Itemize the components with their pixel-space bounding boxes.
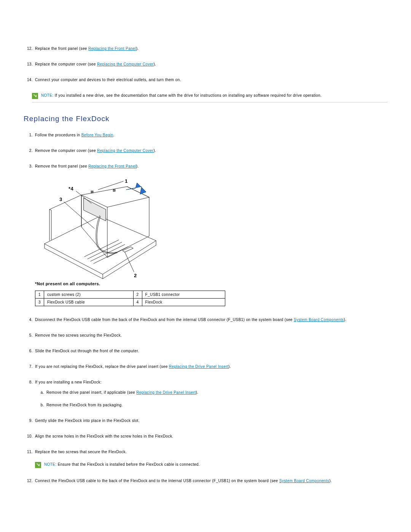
table-row: 3 FlexDock USB cable 4 FlexDock: [35, 299, 225, 306]
substep-b: b. Remove the FlexDock from its packagin…: [35, 402, 387, 408]
diagram-caption: *Not present on all computers.: [35, 281, 387, 286]
step-number: 2.: [24, 148, 33, 153]
step-text: Remove the front panel (see Replacing th…: [35, 164, 139, 168]
cell-label: FlexDock USB cable: [44, 299, 133, 306]
link-replacing-front-panel[interactable]: Replacing the Front Panel: [88, 164, 136, 168]
step-text: Remove the two screws securing the FlexD…: [35, 333, 122, 337]
svg-text:1: 1: [125, 179, 128, 184]
note-icon: [32, 93, 38, 99]
step-text: Connect your computer and devices to the…: [35, 78, 181, 82]
step-text: Remove the computer cover (see Replacing…: [35, 149, 156, 153]
link-replacing-drive-panel-insert[interactable]: Replacing the Drive Panel Insert: [169, 364, 228, 369]
step-13: 13. Replace the computer cover (see Repl…: [24, 61, 387, 67]
step-number: 1.: [24, 132, 33, 138]
step-6: 6. Slide the FlexDock out through the fr…: [24, 348, 387, 354]
step-9: 9. Gently slide the FlexDock into place …: [24, 418, 387, 423]
step-text: Slide the FlexDock out through the front…: [35, 349, 139, 353]
link-replacing-computer-cover[interactable]: Replacing the Computer Cover: [97, 62, 154, 66]
document-page: 12. Replace the front panel (see Replaci…: [0, 0, 411, 532]
step-number: 4.: [24, 317, 33, 323]
flexdock-diagram: 1 2 3 *4: [35, 179, 387, 280]
step-number: 12.: [24, 46, 33, 51]
link-system-board-components[interactable]: System Board Components: [279, 479, 329, 483]
step-number: 9.: [24, 418, 33, 423]
step-number: 12.: [24, 478, 33, 484]
substep-a: a. Remove the drive panel insert, if app…: [35, 390, 387, 395]
step-text: If you are not replacing the FlexDock, r…: [35, 364, 231, 369]
step-text: Gently slide the FlexDock into place in …: [35, 419, 140, 423]
step-number: 14.: [24, 77, 33, 83]
note-label: NOTE:: [41, 93, 54, 97]
step-number: 10.: [24, 433, 33, 439]
step-number: 13.: [24, 61, 33, 67]
step-2: 2. Remove the computer cover (see Replac…: [24, 148, 387, 153]
link-replacing-drive-panel-insert[interactable]: Replacing the Drive Panel Insert: [136, 390, 196, 395]
step-text: Follow the procedures in Before You Begi…: [35, 133, 115, 137]
step-5: 5. Remove the two screws securing the Fl…: [24, 332, 387, 338]
note-block-1: NOTE: If you installed a new drive, see …: [32, 93, 387, 102]
link-replacing-computer-cover[interactable]: Replacing the Computer Cover: [97, 149, 154, 153]
step-number: 8.: [24, 379, 33, 385]
step-number: 5.: [24, 332, 33, 338]
step-4: 4. Disconnect the FlexDock USB cable fro…: [24, 317, 387, 323]
cell-label: custom screws (2): [44, 291, 133, 299]
step-text: Align the screw holes in the FlexDock wi…: [35, 434, 173, 438]
svg-text:*4: *4: [68, 186, 73, 192]
step-3: 3. Remove the front panel (see Replacing…: [24, 163, 387, 169]
section-title: Replacing the FlexDock: [24, 115, 387, 123]
step-number: 7.: [24, 364, 33, 369]
note-text: NOTE: Ensure that the FlexDock is instal…: [44, 462, 200, 467]
step-1: 1. Follow the procedures in Before You B…: [24, 132, 387, 138]
step-text: Replace the computer cover (see Replacin…: [35, 62, 156, 66]
step-number: 11.: [24, 449, 33, 455]
substep-letter: a.: [35, 390, 44, 395]
table-row: 1 custom screws (2) 2 F_USB1 connector: [35, 291, 225, 299]
step-8: 8. If you are installing a new FlexDock:…: [24, 379, 387, 408]
link-replacing-front-panel[interactable]: Replacing the Front Panel: [88, 46, 136, 51]
cell-num: 1: [35, 291, 44, 299]
step-14: 14. Connect your computer and devices to…: [24, 77, 387, 83]
step-text: Disconnect the FlexDock USB cable from t…: [35, 318, 346, 322]
step-11: 11. Replace the two screws that secure t…: [24, 449, 387, 468]
steps-a-list: 1. Follow the procedures in Before You B…: [24, 132, 387, 169]
step-12: 12. Replace the front panel (see Replaci…: [24, 46, 387, 51]
steps-b-list: 4. Disconnect the FlexDock USB cable fro…: [24, 317, 387, 484]
top-steps-list: 12. Replace the front panel (see Replaci…: [24, 46, 387, 83]
note-icon: [35, 462, 41, 468]
diagram-svg: 1 2 3 *4: [35, 179, 164, 280]
substep-letter: b.: [35, 402, 44, 408]
parts-table: 1 custom screws (2) 2 F_USB1 connector 3…: [35, 291, 225, 306]
step-text: Replace the front panel (see Replacing t…: [35, 46, 139, 51]
substep-text: Remove the FlexDock from its packaging.: [46, 403, 123, 407]
step-number: 6.: [24, 348, 33, 354]
note-label: NOTE:: [44, 462, 57, 466]
step-text: Connect the FlexDock USB cable to the ba…: [35, 479, 332, 483]
cell-label: FlexDock: [142, 299, 225, 306]
cell-label: F_USB1 connector: [142, 291, 225, 299]
step-7: 7. If you are not replacing the FlexDock…: [24, 364, 387, 369]
step-10: 10. Align the screw holes in the FlexDoc…: [24, 433, 387, 439]
svg-text:2: 2: [134, 273, 137, 278]
svg-text:3: 3: [59, 197, 62, 202]
step-number: 3.: [24, 163, 33, 169]
cell-num: 2: [133, 291, 142, 299]
link-system-board-components[interactable]: System Board Components: [294, 318, 344, 322]
substeps-list: a. Remove the drive panel insert, if app…: [35, 390, 387, 408]
note-block-2: NOTE: Ensure that the FlexDock is instal…: [35, 462, 387, 468]
step-12b: 12. Connect the FlexDock USB cable to th…: [24, 478, 387, 484]
step-text: Replace the two screws that secure the F…: [35, 450, 127, 454]
substep-text: Remove the drive panel insert, if applic…: [46, 390, 198, 395]
note-text: NOTE: If you installed a new drive, see …: [41, 93, 322, 98]
cell-num: 3: [35, 299, 44, 306]
cell-num: 4: [133, 299, 142, 306]
step-text: If you are installing a new FlexDock:: [35, 380, 102, 384]
link-before-you-begin[interactable]: Before You Begin: [81, 133, 113, 137]
